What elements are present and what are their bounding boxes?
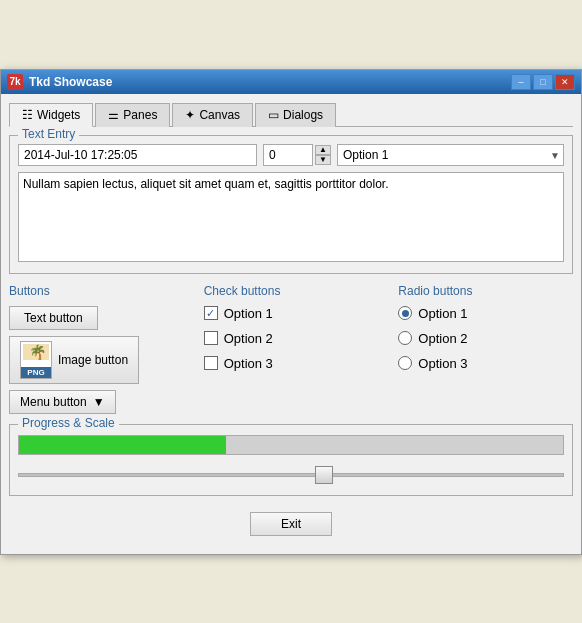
slider-track[interactable] [18, 473, 564, 477]
text-area[interactable]: Nullam sapien lectus, aliquet sit amet q… [18, 172, 564, 262]
panes-icon: ⚌ [108, 108, 119, 122]
checkbox-1[interactable]: ✓ [204, 306, 218, 320]
date-field[interactable] [18, 144, 257, 166]
check-label-2: Option 2 [224, 331, 273, 346]
title-bar-left: 7k Tkd Showcase [7, 74, 112, 90]
window-content: ☷ Widgets ⚌ Panes ✦ Canvas ▭ Dialogs Tex… [1, 94, 581, 554]
text-entry-label: Text Entry [18, 127, 79, 141]
check-buttons-label: Check buttons [204, 284, 379, 298]
title-bar: 7k Tkd Showcase – □ ✕ [1, 70, 581, 94]
spinner-up-button[interactable]: ▲ [315, 145, 331, 155]
tree-icon: 🌴 [29, 345, 43, 359]
app-icon: 7k [7, 74, 23, 90]
radio-label-1: Option 1 [418, 306, 467, 321]
three-columns: Buttons Text button 🌴 PNG Image button [9, 284, 573, 414]
tab-bar: ☷ Widgets ⚌ Panes ✦ Canvas ▭ Dialogs [9, 102, 573, 127]
check-item-2[interactable]: Option 2 [204, 331, 379, 346]
widgets-icon: ☷ [22, 108, 33, 122]
radio-item-2[interactable]: Option 2 [398, 331, 573, 346]
number-field[interactable] [263, 144, 313, 166]
radio-label-2: Option 2 [418, 331, 467, 346]
maximize-button[interactable]: □ [533, 74, 553, 90]
tab-canvas[interactable]: ✦ Canvas [172, 103, 253, 127]
exit-button[interactable]: Exit [250, 512, 332, 536]
spinner-control: ▲ ▼ [315, 145, 331, 165]
radio-2[interactable] [398, 331, 412, 345]
buttons-column: Buttons Text button 🌴 PNG Image button [9, 284, 184, 414]
slider-thumb[interactable] [315, 466, 333, 484]
checkbox-3[interactable] [204, 356, 218, 370]
checkbox-2[interactable] [204, 331, 218, 345]
radio-3[interactable] [398, 356, 412, 370]
canvas-icon: ✦ [185, 108, 195, 122]
text-button[interactable]: Text button [9, 306, 98, 330]
menu-button-wrapper: Menu button ▼ [9, 390, 184, 414]
progress-section: Progress & Scale [9, 424, 573, 496]
main-window: 7k Tkd Showcase – □ ✕ ☷ Widgets ⚌ Panes … [0, 69, 582, 555]
check-label-3: Option 3 [224, 356, 273, 371]
menu-button-label: Menu button [20, 395, 87, 409]
menu-arrow-icon: ▼ [93, 395, 105, 409]
combo-wrapper: Option 1 Option 2 Option 3 ▼ [337, 144, 564, 166]
buttons-label: Buttons [9, 284, 184, 298]
radio-buttons-label: Radio buttons [398, 284, 573, 298]
menu-button[interactable]: Menu button ▼ [9, 390, 116, 414]
minimize-button[interactable]: – [511, 74, 531, 90]
image-button-label: Image button [58, 353, 128, 367]
check-item-3[interactable]: Option 3 [204, 356, 379, 371]
footer: Exit [9, 506, 573, 546]
progress-bar-fill [19, 436, 226, 454]
png-icon: 🌴 PNG [20, 341, 52, 379]
title-controls: – □ ✕ [511, 74, 575, 90]
radio-group: Option 1 Option 2 Option 3 [398, 306, 573, 371]
tab-dialogs[interactable]: ▭ Dialogs [255, 103, 336, 127]
tab-panes[interactable]: ⚌ Panes [95, 103, 170, 127]
dialogs-icon: ▭ [268, 108, 279, 122]
combo-select[interactable]: Option 1 Option 2 Option 3 [337, 144, 564, 166]
check-group: ✓ Option 1 Option 2 Option 3 [204, 306, 379, 371]
slider-wrapper [18, 465, 564, 485]
png-icon-top: 🌴 [23, 344, 49, 360]
image-button[interactable]: 🌴 PNG Image button [9, 336, 139, 384]
progress-label: Progress & Scale [18, 416, 119, 430]
window-title: Tkd Showcase [29, 75, 112, 89]
check-item-1[interactable]: ✓ Option 1 [204, 306, 379, 321]
radio-item-3[interactable]: Option 3 [398, 356, 573, 371]
spinner-down-button[interactable]: ▼ [315, 155, 331, 165]
radio-buttons-column: Radio buttons Option 1 Option 2 Option 3 [398, 284, 573, 414]
png-label: PNG [21, 367, 51, 378]
text-entry-section: Text Entry ▲ ▼ Option 1 Option 2 Option … [9, 135, 573, 274]
close-button[interactable]: ✕ [555, 74, 575, 90]
radio-item-1[interactable]: Option 1 [398, 306, 573, 321]
tab-widgets[interactable]: ☷ Widgets [9, 103, 93, 127]
radio-label-3: Option 3 [418, 356, 467, 371]
radio-1[interactable] [398, 306, 412, 320]
check-buttons-column: Check buttons ✓ Option 1 Option 2 Option… [204, 284, 379, 414]
check-label-1: Option 1 [224, 306, 273, 321]
button-group: Text button 🌴 PNG Image button Menu butt… [9, 306, 184, 414]
progress-bar-wrapper [18, 435, 564, 455]
text-entry-row: ▲ ▼ Option 1 Option 2 Option 3 ▼ [18, 144, 564, 166]
